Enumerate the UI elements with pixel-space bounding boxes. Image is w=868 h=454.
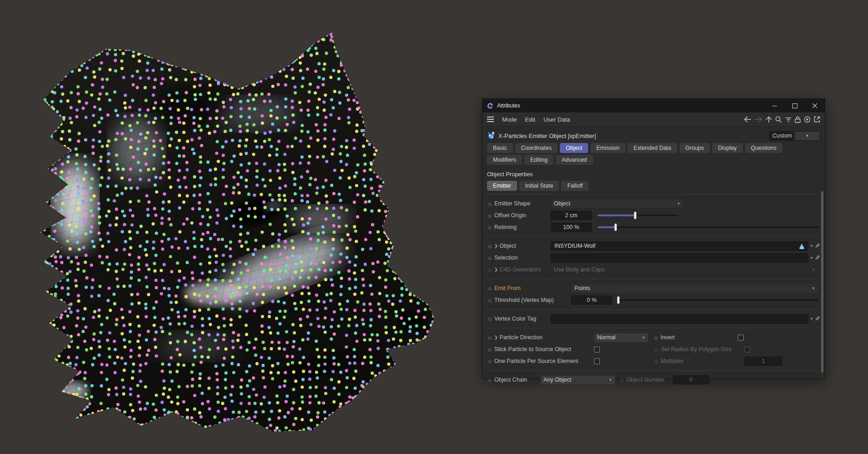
menu-bar: Mode Edit User Data <box>482 112 825 127</box>
chevron-down-icon[interactable]: ▼ <box>810 317 813 321</box>
vertex-color-tag-field[interactable] <box>551 314 808 324</box>
object-title: X-Particles Emitter Object [xpEmitter] <box>498 133 766 139</box>
keyframe-diamond-icon: ◇ <box>654 359 659 364</box>
scrollbar-thumb[interactable] <box>821 191 823 372</box>
param-object: ◇❯Object INSYDIUM-Wolf ▼ ✎ <box>487 240 820 252</box>
one-particle-checkbox[interactable] <box>594 358 600 364</box>
pick-pencil-icon[interactable]: ✎ <box>815 254 820 261</box>
subtab-initial-state[interactable]: Initial State <box>519 181 559 191</box>
keyframe-diamond-icon[interactable]: ◇ <box>487 244 492 249</box>
keyframe-diamond-icon[interactable]: ◇ <box>487 286 492 291</box>
object-link-field[interactable]: INSYDIUM-Wolf <box>551 241 808 251</box>
param-emit-from: ◇Emit From Points▼ <box>487 282 820 294</box>
selection-link-field[interactable] <box>551 253 808 263</box>
multiplier-input: 1 <box>744 357 782 366</box>
close-button[interactable] <box>805 99 825 112</box>
emit-from-dropdown[interactable]: Points▼ <box>571 284 818 293</box>
keyframe-diamond-icon[interactable]: ◇ <box>487 201 492 206</box>
keyframe-diamond-icon[interactable]: ◇ <box>487 225 492 230</box>
expand-chevron-icon: ❯ <box>494 267 498 272</box>
param-object-chain-row: ◇Object Chain Any Object▼ ◇Object Number… <box>487 374 820 386</box>
xparticles-object-icon <box>487 132 495 140</box>
tab-basic[interactable]: Basic <box>487 143 513 153</box>
offset-origin-slider[interactable] <box>598 214 679 216</box>
param-vertex-color-tag: ◇Vertex Color Tag ▼ ✎ <box>487 313 820 325</box>
search-icon[interactable] <box>775 116 782 123</box>
param-stick-particle-row: ◇Stick Particle to Source Object ◇Set Ra… <box>487 343 820 355</box>
keyframe-diamond-icon[interactable]: ◇ <box>653 335 659 340</box>
popout-icon[interactable] <box>814 116 820 122</box>
target-icon[interactable] <box>804 116 811 123</box>
tab-row-2: Modifiers Editing Advanced <box>487 155 820 165</box>
param-retiming: ◇Retiming 100 % <box>487 221 820 233</box>
chevron-down-icon: ▼ <box>809 286 815 291</box>
preset-dropdown[interactable]: Custom ▼ <box>769 131 820 141</box>
tab-coordinates[interactable]: Coordinates <box>515 143 558 153</box>
attributes-window: Attributes Mode Edit User Data <box>482 98 825 379</box>
chevron-down-icon[interactable]: ▼ <box>810 244 813 248</box>
lock-icon[interactable] <box>795 116 801 123</box>
tab-emission[interactable]: Emission <box>590 143 625 153</box>
window-titlebar[interactable]: Attributes <box>482 99 825 112</box>
filter-icon[interactable] <box>785 117 792 122</box>
param-one-particle-row: ◇One Particle Per Source Element ◇Multip… <box>487 355 820 367</box>
menu-user-data[interactable]: User Data <box>543 116 570 123</box>
pick-pencil-icon[interactable]: ✎ <box>815 315 820 322</box>
retiming-slider[interactable] <box>598 226 818 228</box>
stick-particle-checkbox[interactable] <box>594 347 600 352</box>
chevron-down-icon: ▼ <box>674 202 680 206</box>
back-icon[interactable] <box>744 116 751 122</box>
tab-advanced[interactable]: Advanced <box>556 155 593 165</box>
param-offset-origin: ◇Offset Origin 2 cm <box>487 209 820 221</box>
keyframe-diamond-icon[interactable]: ◇ <box>487 347 492 352</box>
emitter-shape-dropdown[interactable]: Object▼ <box>551 199 684 209</box>
chevron-down-icon: ▼ <box>809 268 815 272</box>
tab-modifiers[interactable]: Modifiers <box>487 155 522 165</box>
section-heading: Object Properties <box>487 171 820 178</box>
c4d-generators-dropdown: Use Body and Caps▼ <box>551 265 818 275</box>
set-radius-checkbox <box>744 347 750 352</box>
tab-display[interactable]: Display <box>712 143 743 153</box>
keyframe-diamond-icon[interactable]: ◇ <box>487 255 492 260</box>
keyframe-diamond-icon[interactable]: ◇ <box>487 298 492 303</box>
keyframe-diamond-icon[interactable]: ◇ <box>487 213 492 218</box>
forward-icon[interactable] <box>755 116 762 122</box>
subtab-emitter[interactable]: Emitter <box>487 181 517 191</box>
tab-groups[interactable]: Groups <box>680 143 710 153</box>
subtab-row: Emitter Initial State Falloff <box>487 181 820 191</box>
chevron-down-icon[interactable]: ▼ <box>810 256 813 260</box>
chevron-down-icon: ▼ <box>795 132 820 140</box>
pick-pencil-icon[interactable]: ✎ <box>815 242 820 250</box>
keyframe-diamond-icon[interactable]: ◇ <box>487 359 492 364</box>
retiming-input[interactable]: 100 % <box>551 223 592 232</box>
invert-checkbox[interactable] <box>738 335 744 341</box>
window-title: Attributes <box>497 102 765 109</box>
keyframe-diamond-icon[interactable]: ◇ <box>487 316 492 321</box>
tab-editing[interactable]: Editing <box>524 155 553 165</box>
tab-extended-data[interactable]: Extended Data <box>628 143 677 153</box>
minimize-button[interactable] <box>765 99 785 112</box>
menu-mode[interactable]: Mode <box>502 116 517 123</box>
tab-questions[interactable]: Questions <box>745 143 782 153</box>
keyframe-diamond-icon[interactable]: ◇ <box>487 335 492 340</box>
tab-object[interactable]: Object <box>560 143 588 153</box>
param-threshold: ◇Threshold (Vertex Map) 0 % <box>487 294 820 306</box>
chevron-down-icon: ▼ <box>639 336 645 340</box>
expand-chevron-icon[interactable]: ❯ <box>494 335 498 340</box>
hamburger-menu-icon[interactable] <box>487 115 494 123</box>
keyframe-diamond-icon: ◇ <box>654 347 659 352</box>
up-icon[interactable] <box>766 116 772 123</box>
threshold-input[interactable]: 0 % <box>571 296 612 305</box>
subtab-falloff[interactable]: Falloff <box>561 181 589 191</box>
object-chain-dropdown[interactable]: Any Object▼ <box>540 375 615 385</box>
attributes-content: X-Particles Emitter Object [xpEmitter] C… <box>482 127 825 378</box>
expand-chevron-icon[interactable]: ❯ <box>494 244 498 248</box>
keyframe-diamond-icon[interactable]: ◇ <box>487 377 492 383</box>
menu-edit[interactable]: Edit <box>525 116 535 123</box>
offset-origin-input[interactable]: 2 cm <box>551 211 592 220</box>
threshold-slider[interactable] <box>618 299 818 301</box>
object-number-input: 0 <box>673 375 709 384</box>
particle-direction-dropdown[interactable]: Normal▼ <box>594 333 649 342</box>
maximize-button[interactable] <box>785 99 805 112</box>
chevron-down-icon: ▼ <box>606 378 612 382</box>
